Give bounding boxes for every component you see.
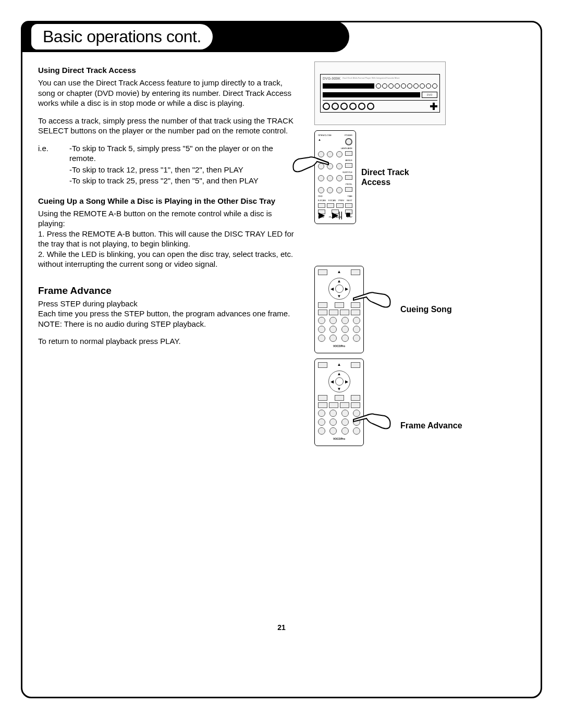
- remote-label: OPEN/CLOSE: [318, 134, 332, 137]
- remote-label: PREV: [338, 199, 344, 202]
- remote-diagram: ▲ ▲▼◀▶ VOCOPro: [314, 359, 364, 446]
- example-text: -To skip to track 25, press "2", then "5…: [69, 176, 299, 186]
- heading-cueing: Cueing Up a Song While a Disc is Playing…: [38, 196, 299, 205]
- paragraph: Each time you press the STEP button, the…: [38, 309, 299, 319]
- figure-frame-advance: ▲ ▲▼◀▶ VOCOPro Frame Advance: [314, 359, 525, 446]
- example-row: i.e. -To skip to Track 5, simply press "…: [38, 143, 299, 164]
- remote-label: PLAY/PAUSE: [329, 216, 341, 218]
- remote-label: B.SCAN: [318, 199, 326, 202]
- figure-cueing: ▲ ▲▼◀▶ VOCOPro Cueing Song: [314, 266, 525, 353]
- heading-frame-advance: Frame Advance: [38, 285, 299, 297]
- remote-label: POWER: [345, 134, 352, 137]
- figure-caption: Frame Advance: [400, 421, 462, 430]
- paragraph: NOTE: There is no audio during STEP play…: [38, 319, 299, 329]
- example-row: -To skip to track 12, press "1", then "2…: [38, 165, 299, 175]
- remote-label: OSD: [318, 195, 323, 198]
- remote-label: F.SCAN: [328, 199, 336, 202]
- paragraph: You can use the Direct Track Access feat…: [38, 78, 299, 108]
- remote-diagram: OPEN/CLOSE POWER ▲ LANGUAGE ANGLE SUBTIT…: [314, 130, 356, 224]
- remote-diagram: ▲ ▲▼◀▶ VOCOPro: [314, 266, 364, 353]
- figure-caption: Cueing Song: [400, 304, 452, 314]
- page-number: 21: [38, 623, 525, 632]
- heading-direct-track: Using Direct Track Access: [38, 66, 299, 75]
- remote-brand: VOCOPro: [318, 344, 360, 348]
- section-tab: Basic operations cont.: [21, 21, 349, 52]
- remote-label: ANGLE: [318, 159, 352, 162]
- illustration-column: DVG-909K Dual Deck Multi-Format Player W…: [314, 61, 525, 456]
- example-row: -To skip to track 25, press "2", then "5…: [38, 176, 299, 186]
- example-text: -To skip to track 12, press "1", then "2…: [69, 165, 299, 175]
- manual-page: Basic operations cont. Using Direct Trac…: [21, 21, 542, 698]
- paragraph: Using the REMOTE A-B button on the remot…: [38, 208, 299, 229]
- paragraph: 2. While the LED is blinking, you can op…: [38, 249, 299, 269]
- example-text: -To skip to Track 5, simply press "5" on…: [69, 143, 299, 164]
- text-column: Using Direct Track Access You can use th…: [38, 61, 299, 456]
- paragraph: Press STEP during playback: [38, 299, 299, 309]
- section-title: Basic operations cont.: [31, 24, 213, 50]
- paragraph: To return to normal playback press PLAY.: [38, 336, 299, 347]
- paragraph: 1. Press the REMOTE A-B button. This wil…: [38, 229, 299, 249]
- paragraph: To access a track, simply press the numb…: [38, 116, 299, 136]
- example-label: i.e.: [38, 143, 69, 164]
- remote-label: STOP: [347, 216, 352, 218]
- remote-label: SUBTITLE: [318, 171, 352, 174]
- remote-label: LANGUAGE: [318, 147, 352, 150]
- figure-direct-track: OPEN/CLOSE POWER ▲ LANGUAGE ANGLE SUBTIT…: [314, 130, 525, 224]
- page-content: Using Direct Track Access You can use th…: [38, 61, 525, 456]
- remote-label: TIME: [347, 195, 352, 198]
- remote-label: PROG.: [318, 183, 352, 186]
- remote-label: SLOW: [318, 216, 324, 218]
- player-desc: Dual Deck Multi-Format Player With Integ…: [342, 77, 400, 80]
- remote-brand: VOCOPro: [318, 437, 360, 440]
- player-model: DVG-909K: [323, 77, 340, 80]
- remote-label: NEXT: [347, 199, 352, 202]
- figure-caption: Direct Track Access: [361, 167, 409, 187]
- player-diagram: DVG-909K Dual Deck Multi-Format Player W…: [314, 61, 446, 125]
